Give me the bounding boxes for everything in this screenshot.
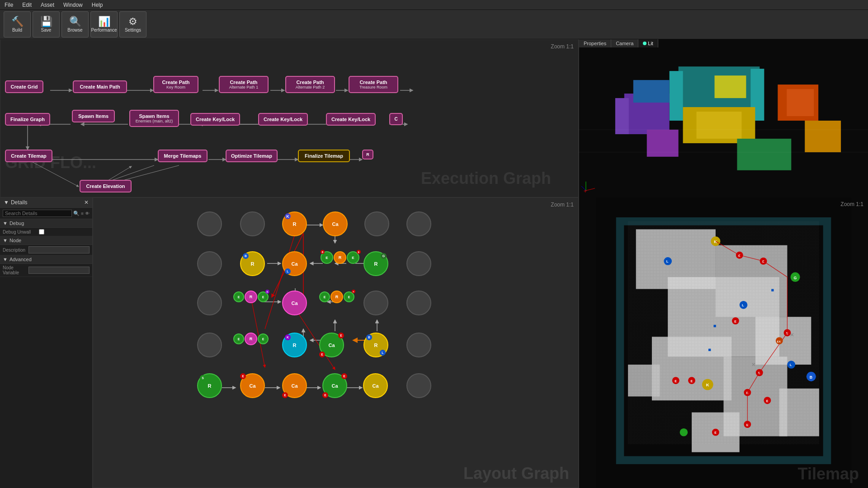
section-node-label: Node (9, 238, 21, 243)
description-label: Description (3, 248, 28, 253)
section-node[interactable]: ▼ Node (0, 236, 92, 245)
lg-ca-mid[interactable]: L Ca (282, 251, 307, 276)
description-input[interactable] (28, 246, 90, 253)
node-finalize-tilemap[interactable]: Finalize Tilemap (298, 150, 350, 162)
svg-rect-49 (697, 112, 742, 139)
lg-e7[interactable]: E (233, 333, 244, 344)
lg-kr-top[interactable]: K R (282, 211, 307, 236)
lg-e8[interactable]: E (258, 333, 269, 344)
save-button[interactable]: 💾 Save (33, 11, 60, 38)
lg-ca-top[interactable]: Ca (323, 211, 348, 236)
lg-empty-4[interactable] (406, 211, 431, 236)
node-create-keylock-3[interactable]: Create Key/Lock (326, 113, 376, 126)
svg-text:EX: EX (777, 340, 781, 343)
svg-text:E: E (675, 380, 677, 383)
node-spawn-items-main[interactable]: Spawn Items (72, 110, 115, 122)
section-debug[interactable]: ▼ Debug (0, 219, 92, 228)
details-collapse-icon[interactable]: ▼ (4, 199, 9, 206)
node-create-keylock-4[interactable]: C (389, 113, 403, 125)
lg-empty-5[interactable] (197, 251, 222, 276)
node-spawn-items-enemies[interactable]: Spawn Items Enemies (main, alt2) (129, 110, 179, 127)
section-debug-label: Debug (9, 221, 24, 226)
lg-yellow-ca[interactable]: Ca (363, 373, 388, 398)
svg-text:E: E (714, 431, 717, 434)
tilemap-view[interactable]: Zoom 1:1 Tilemap (579, 197, 868, 488)
lg-green-e1[interactable]: BE (321, 251, 333, 264)
tab-lit[interactable]: Lit (638, 39, 658, 47)
node-create-path-treasure[interactable]: Create Path Treasure Room (349, 76, 398, 93)
browse-icon: 🔍 (69, 17, 81, 27)
lg-empty-12[interactable] (406, 373, 431, 398)
settings-button[interactable]: ⚙ Settings (119, 11, 146, 38)
viewport-3d[interactable]: Properties Camera Lit (579, 39, 868, 197)
lg-e5[interactable]: KE (319, 291, 330, 302)
tab-properties[interactable]: Properties (579, 39, 611, 47)
lg-empty-8[interactable] (363, 291, 388, 315)
svg-point-117 (680, 428, 688, 436)
scene-3d-view[interactable]: + (579, 39, 868, 197)
lg-empty-3[interactable] (364, 211, 389, 236)
details-close-icon[interactable]: ✕ (84, 199, 89, 206)
zoom-label-tilemap: Zoom 1:1 (840, 201, 863, 207)
node-create-path-alt2[interactable]: Create Path Alternate Path 2 (285, 76, 335, 93)
lg-empty-2[interactable] (240, 211, 265, 236)
menu-window[interactable]: Window (59, 2, 87, 8)
svg-text:✕: ✕ (751, 362, 755, 367)
lg-orange-r3[interactable]: R (330, 291, 343, 303)
lg-empty-7[interactable] (197, 291, 222, 315)
lg-empty-1[interactable] (197, 211, 222, 236)
tilemap-canvas[interactable]: K L L L E E E E E E (579, 197, 868, 488)
node-variable-input[interactable] (28, 267, 90, 274)
node-create-grid[interactable]: Create Grid (5, 80, 43, 93)
build-button[interactable]: 🔨 Build (4, 11, 31, 38)
lg-green-s-r[interactable]: S R (197, 373, 222, 398)
save-label: Save (41, 28, 52, 33)
lg-pink-r[interactable]: KR (245, 291, 257, 303)
node-create-keylock-2[interactable]: Create Key/Lock (258, 113, 308, 126)
svg-rect-119 (713, 325, 716, 327)
menu-asset[interactable]: Asset (36, 2, 59, 8)
lg-empty-11[interactable] (406, 333, 431, 357)
lg-pink-r2[interactable]: R (245, 333, 257, 345)
lg-empty-6[interactable] (406, 251, 431, 276)
lg-pink-ca[interactable]: Ca (282, 291, 307, 315)
lg-green-ca[interactable]: E Ca E (319, 333, 344, 357)
lg-green-r[interactable]: G R (363, 251, 388, 276)
svg-text:E: E (690, 380, 693, 383)
node-create-tilemap[interactable]: Create Tilemap (5, 150, 52, 162)
lg-green-ca2[interactable]: Ca E E (322, 373, 347, 398)
tab-camera[interactable]: Camera (611, 39, 638, 47)
lg-empty-9[interactable] (406, 291, 431, 315)
node-create-keylock-1[interactable]: Create Key/Lock (190, 113, 240, 126)
lg-yellow-r2[interactable]: B R L (363, 333, 388, 357)
lg-green-e2[interactable]: EE (347, 251, 359, 264)
node-create-path-alt1[interactable]: Create Path Alternate Path 1 (219, 76, 269, 93)
eye-icon[interactable]: 👁 (85, 211, 90, 216)
node-create-path-key[interactable]: Create Path Key Room (153, 76, 198, 93)
node-extra[interactable]: R (362, 150, 373, 160)
section-advanced[interactable]: ▼ Advanced (0, 255, 92, 264)
node-create-elevation[interactable]: Create Elevation (80, 180, 132, 192)
lg-yellow-r[interactable]: B R (240, 251, 265, 276)
lg-empty-10[interactable] (197, 333, 222, 357)
svg-text:L: L (790, 363, 792, 367)
menu-file[interactable]: File (0, 2, 18, 8)
debug-unwall-checkbox[interactable] (39, 229, 44, 235)
list-view-icon[interactable]: ≡ (81, 211, 84, 216)
menu-edit[interactable]: Edit (18, 2, 36, 8)
search-details-input[interactable] (3, 210, 72, 217)
node-optimize-tilemap[interactable]: Optimize Tilemap (226, 150, 278, 162)
svg-rect-120 (771, 289, 774, 291)
lg-cyan-r[interactable]: K R (282, 333, 307, 357)
search-icon[interactable]: 🔍 (73, 211, 80, 216)
browse-button[interactable]: 🔍 Browse (61, 11, 89, 38)
lg-orange-ca[interactable]: E Ca (240, 373, 265, 398)
node-create-main-path[interactable]: Create Main Path (73, 80, 127, 93)
node-merge-tilemaps[interactable]: Merge Tilemaps (158, 150, 208, 162)
menu-help[interactable]: Help (87, 2, 108, 8)
lg-orange-ca2[interactable]: Ca E (282, 373, 307, 398)
node-finalize-graph[interactable]: Finalize Graph (5, 113, 50, 126)
lg-orange-r2[interactable]: R (334, 251, 346, 264)
performance-button[interactable]: 📊 Performance (90, 11, 118, 38)
lg-e3[interactable]: E (233, 291, 244, 302)
